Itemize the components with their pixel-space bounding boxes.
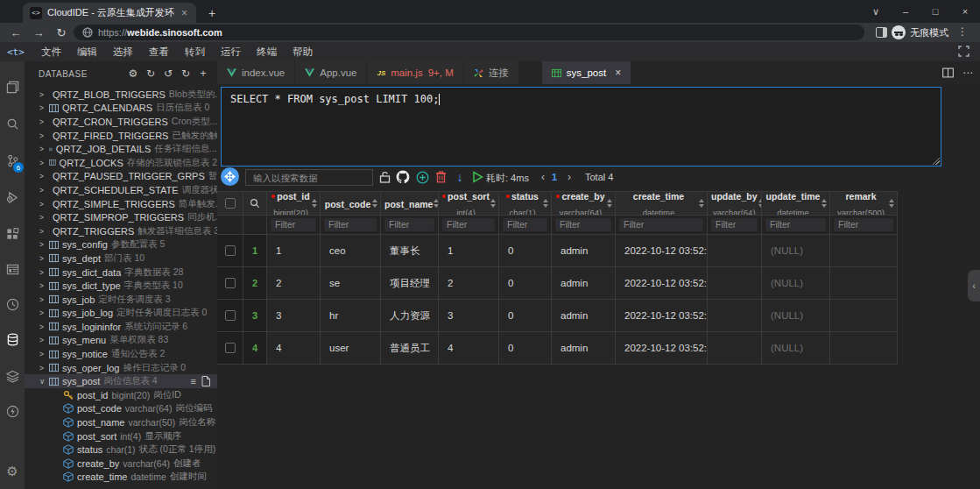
cell-create-time[interactable]: 2022-10-12 03:52:12 — [616, 300, 708, 332]
tab-main-js[interactable]: JS main.js 9+, M — [367, 61, 463, 84]
new-tab-button[interactable]: + — [203, 4, 221, 22]
window-maximize-icon[interactable]: □ — [920, 0, 950, 23]
more-actions-icon[interactable]: ⋯ — [962, 67, 973, 79]
cell-status[interactable]: 0 — [499, 300, 552, 332]
row-search-cell[interactable] — [243, 192, 267, 216]
tree-column-item[interactable]: post_sort int(4) 显示顺序 — [25, 429, 217, 443]
cell-post-code[interactable]: hr — [321, 300, 381, 332]
browser-tab[interactable]: <> CloudIDE - 云原生集成开发环境 × — [23, 3, 196, 23]
sort-arrows-icon[interactable] — [542, 199, 549, 208]
tree-table-item[interactable]: > sys_dict_type 字典类型表 10 — [25, 279, 217, 293]
column-header[interactable]: remarkvarchar(500) — [830, 192, 898, 216]
menu-item[interactable]: 选择 — [105, 46, 141, 59]
menu-item[interactable]: 查看 — [141, 46, 177, 59]
db-refresh-icon[interactable]: ↻ — [142, 67, 159, 80]
extensions-icon[interactable] — [0, 221, 25, 247]
table-data-icon[interactable]: ≡ — [191, 376, 196, 386]
column-header[interactable]: statuschar(1) — [499, 192, 552, 216]
db-history-icon[interactable]: ↺ — [159, 67, 177, 80]
window-minimize-icon[interactable]: – — [891, 0, 920, 23]
cell-create-by[interactable]: admin — [552, 332, 616, 365]
tree-table-item[interactable]: > sys_config 参数配置表 5 — [25, 238, 217, 252]
cell-update-by[interactable] — [708, 332, 762, 365]
reload-icon[interactable]: ↻ — [51, 23, 72, 42]
row-checkbox[interactable] — [225, 245, 236, 256]
next-page-icon[interactable]: › — [568, 171, 571, 183]
db-add-connection-icon[interactable]: + — [194, 67, 212, 80]
cell-post-name[interactable]: 普通员工 — [381, 332, 439, 365]
column-header[interactable]: post_namevarchar(50) — [381, 192, 439, 216]
filter-input[interactable]: Filter — [765, 218, 826, 231]
tree-table-item[interactable]: > sys_dict_data 字典数据表 28 — [25, 266, 217, 280]
close-tab-icon[interactable]: × — [180, 7, 189, 19]
filter-cell[interactable]: Filter — [552, 216, 616, 235]
new-file-icon[interactable] — [201, 376, 210, 386]
tree-table-item[interactable]: > QRTZ_PAUSED_TRIGGER_GRPS 暂... — [25, 170, 217, 184]
cell-post-sort[interactable]: 3 — [439, 300, 499, 332]
cell-post-name[interactable]: 项目经理 — [381, 267, 439, 300]
sort-arrows-icon[interactable] — [490, 199, 497, 208]
sort-arrows-icon[interactable] — [821, 199, 828, 208]
run-query-icon[interactable] — [469, 169, 485, 185]
filter-input[interactable]: Filter — [442, 218, 495, 231]
tree-item-sys-post[interactable]: ∨ sys_post 岗位信息表 4 ≡ — [25, 374, 217, 388]
cell-create-by[interactable]: admin — [552, 267, 616, 300]
filter-input[interactable]: Filter — [271, 218, 316, 231]
filter-input[interactable]: Filter — [619, 218, 703, 231]
menu-item[interactable]: 编辑 — [69, 46, 105, 59]
cell-post-id[interactable]: 4 — [267, 332, 321, 365]
tree-table-item[interactable]: > QRTZ_JOB_DETAILS 任务详细信息... — [25, 142, 217, 156]
window-chevron-icon[interactable]: ∨ — [861, 0, 891, 23]
tree-column-item[interactable]: post_name varchar(50) 岗位名称 — [25, 415, 217, 429]
column-header[interactable]: create_byvarchar(64) — [552, 192, 616, 216]
sort-arrows-icon[interactable] — [698, 199, 705, 208]
cell-create-by[interactable]: admin — [552, 300, 616, 332]
tree-table-item[interactable]: > sys_job_log 定时任务调度日志表 0 — [25, 307, 217, 321]
cell-status[interactable]: 0 — [499, 332, 552, 365]
tree-column-item[interactable]: post_id bigint(20) 岗位ID — [25, 388, 217, 402]
tree-table-item[interactable]: > sys_oper_log 操作日志记录 0 — [25, 361, 217, 375]
unlock-icon[interactable] — [377, 169, 392, 185]
sort-arrows-icon[interactable] — [371, 199, 378, 208]
cell-update-time[interactable]: (NULL) — [762, 235, 830, 267]
row-select-cell[interactable] — [217, 332, 243, 365]
cell-update-by[interactable] — [708, 300, 762, 332]
select-all-cell[interactable] — [217, 192, 243, 216]
filter-input[interactable]: Filter — [711, 218, 758, 231]
tree-table-item[interactable]: > QRTZ_LOCKS 存储的悲观锁信息表 2 — [25, 156, 217, 170]
tree-column-item[interactable]: create_by varchar(64) 创建者 — [25, 457, 217, 471]
cell-update-time[interactable]: (NULL) — [762, 267, 830, 300]
preview-window-icon[interactable] — [0, 256, 25, 282]
cell-post-code[interactable]: ceo — [321, 235, 381, 267]
cell-post-name[interactable]: 董事长 — [381, 235, 439, 267]
filter-input[interactable]: Filter — [384, 218, 434, 231]
database-icon[interactable] — [0, 326, 25, 352]
row-select-cell[interactable] — [217, 235, 243, 267]
collapse-panel-handle[interactable]: ‹ — [968, 270, 980, 301]
tree-table-item[interactable]: > sys_job 定时任务调度表 3 — [25, 293, 217, 307]
tree-column-item[interactable]: status char(1) 状态 (0正常 1停用) — [25, 443, 217, 457]
close-tab-icon[interactable]: × — [615, 67, 621, 79]
explorer-icon[interactable] — [0, 74, 25, 100]
filter-input[interactable]: Filter — [555, 218, 611, 231]
forward-icon[interactable]: → — [28, 23, 49, 42]
run-profile-icon[interactable] — [0, 291, 25, 317]
tree-table-item[interactable]: > QRTZ_BLOB_TRIGGERS Blob类型的... — [25, 88, 217, 102]
cell-create-time[interactable]: 2022-10-12 03:52:12 — [616, 267, 708, 300]
cell-create-time[interactable]: 2022-10-12 03:52:12 — [616, 235, 708, 267]
menu-item[interactable]: 终端 — [249, 46, 285, 59]
cell-remark[interactable] — [830, 267, 898, 300]
cell-status[interactable]: 0 — [499, 267, 552, 300]
filter-cell[interactable]: Filter — [708, 216, 762, 235]
row-select-cell[interactable] — [217, 267, 243, 300]
tree-table-item[interactable]: > QRTZ_SIMPLE_TRIGGERS 简单触发... — [25, 197, 217, 211]
url-bar[interactable]: https://webide.sinosoft.com — [74, 25, 864, 40]
menu-item[interactable]: 运行 — [213, 46, 249, 59]
cell-remark[interactable] — [830, 332, 898, 365]
prev-page-icon[interactable]: ‹ — [541, 171, 545, 183]
cell-post-code[interactable]: se — [321, 267, 381, 300]
tree-table-item[interactable]: > sys_dept 部门表 10 — [25, 252, 217, 266]
menu-item[interactable]: 文件 — [33, 46, 69, 59]
column-header[interactable]: update_byvarchar(64) — [708, 192, 762, 216]
cell-update-time[interactable]: (NULL) — [762, 332, 830, 365]
